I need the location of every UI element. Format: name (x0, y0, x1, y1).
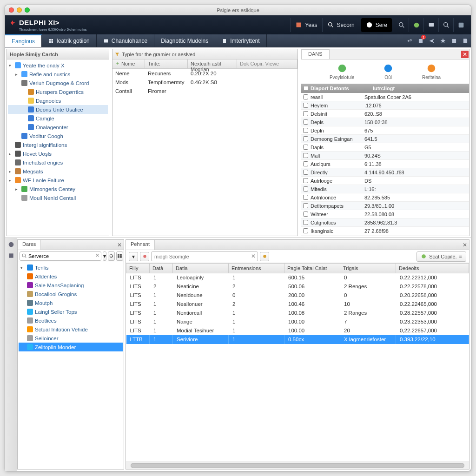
tab-chanulohance[interactable]: Chanulohance (97, 34, 154, 47)
table-row[interactable]: LITS1Nentiorcall1100.082 Ranges0.28.2255… (126, 309, 469, 317)
toolbar-undo-icon[interactable] (404, 34, 415, 47)
mid-row[interactable]: ContallFiromer (112, 86, 298, 95)
panel-action-icon[interactable]: Oûl (383, 63, 393, 80)
toolbar-more-icon[interactable] (449, 34, 460, 47)
property-row[interactable]: DaplsG5 (301, 143, 469, 152)
property-checkbox[interactable] (303, 212, 308, 217)
property-checkbox[interactable] (303, 178, 308, 183)
dares-tree-node[interactable]: Sctual Initotion Vehide (19, 325, 123, 334)
stop-button[interactable] (260, 252, 269, 261)
table-row[interactable]: LITS1Nange1100.0070.23.22353,000 (126, 317, 469, 326)
tree-node[interactable]: Hurspers Dogørrtics (8, 87, 108, 96)
property-row[interactable]: Delsinit620..S8 (301, 110, 469, 118)
property-row[interactable]: Malt90.24S (301, 152, 469, 160)
property-checkbox[interactable] (303, 220, 308, 225)
clear-search-icon[interactable]: ✕ (95, 252, 99, 258)
dares-tree-node[interactable]: Beotlices (19, 316, 123, 325)
property-checkbox[interactable] (303, 119, 308, 125)
table-row[interactable]: LITS2Neaticine2500.062 Renges0.22.22578,… (126, 282, 469, 291)
clear-pehnant-search-icon[interactable]: ✕ (251, 253, 256, 259)
grid-toggle-button[interactable] (116, 251, 123, 261)
dares-tree-node[interactable]: Laingl Seller Tops (19, 307, 123, 316)
toolbar-star-icon[interactable] (437, 34, 449, 47)
column-header[interactable]: Datà (150, 264, 173, 273)
tab-dares[interactable]: Dares (18, 240, 41, 250)
property-row[interactable]: Wihteer22.58.080.08 (301, 210, 469, 218)
tab-dans[interactable]: DANS (301, 49, 330, 59)
property-checkbox[interactable] (303, 136, 308, 141)
panel-action-icon[interactable]: Pvoyislotule (330, 63, 354, 80)
property-row[interactable]: Detltompapets29.3/80..1.00 (301, 202, 469, 210)
property-checkbox[interactable] (303, 145, 308, 150)
left-tree[interactable]: ▾Yeate the onaly X▸Refle and nusticsVerl… (7, 60, 109, 236)
property-checkbox[interactable] (303, 228, 308, 233)
sere-button[interactable]: Sere (361, 18, 392, 32)
table-row[interactable]: LTTB1Seriviore10.50cxX lagmenrlefoster0.… (126, 335, 469, 344)
refresh-button[interactable] (108, 251, 115, 261)
tree-node[interactable]: ▸Megsats (8, 167, 108, 176)
property-row[interactable]: Auciqurs6:11.38 (301, 160, 469, 168)
property-checkbox[interactable] (303, 94, 308, 99)
toolbar-save-icon[interactable] (460, 34, 471, 47)
pehnant-search-input[interactable] (151, 251, 258, 261)
panel-action-icon[interactable]: Rerltelna (422, 63, 441, 80)
property-checkbox[interactable] (303, 153, 308, 158)
secorn-button[interactable]: Secorn (322, 18, 359, 32)
toolbar-send-icon[interactable] (426, 34, 437, 47)
column-header[interactable]: Filly (126, 264, 150, 273)
scat-compile-button[interactable]: Scat Copile. ≡ (416, 251, 466, 262)
property-checkbox[interactable] (303, 195, 308, 200)
property-row[interactable]: AutrloogeDS (301, 177, 469, 185)
table-row[interactable]: LITS1Modial Tesihuer1100.00200,22.22657,… (126, 326, 469, 335)
tree-node[interactable]: Dagnooics (8, 96, 108, 105)
tree-node[interactable]: ▾Yeate the onaly X (8, 61, 108, 70)
property-row[interactable]: Depls158-02:38 (301, 118, 469, 126)
header-search2-icon[interactable] (438, 18, 453, 32)
tree-node[interactable]: ▸Refle and nustics (8, 70, 108, 79)
property-checkbox[interactable] (303, 103, 308, 108)
tab-pehnant[interactable]: Pehnant (126, 240, 155, 250)
dares-tree-node[interactable]: Alldentes (19, 272, 123, 281)
filter-dropdown-button[interactable]: ▾ (129, 252, 138, 261)
tree-node[interactable]: ▸Mimongeris Centey (8, 185, 108, 193)
property-row[interactable]: Cutgnoltics2858.962.81.3 (301, 218, 469, 227)
tree-node[interactable]: Intergl signiflations (8, 140, 108, 149)
property-checkbox[interactable] (303, 203, 308, 208)
property-checkbox[interactable] (303, 170, 308, 175)
dares-close-icon[interactable]: ✕ (115, 240, 124, 250)
target-button[interactable] (140, 252, 149, 261)
toolbar-notif-icon[interactable]: 1 (415, 34, 426, 47)
tree-node[interactable]: Deons Unte Usalice (8, 105, 108, 114)
horizontal-scrollbar[interactable] (126, 462, 469, 469)
dares-tree-node[interactable]: Zeiltoplin Monder (19, 343, 123, 351)
gutter-icon-2[interactable] (7, 252, 15, 259)
property-checkbox[interactable] (303, 111, 308, 116)
dares-search-input[interactable] (20, 251, 101, 261)
property-row[interactable]: Directly4.144.90.450..f68 (301, 168, 469, 177)
header-search-icon[interactable] (394, 18, 409, 32)
dares-tree-node[interactable]: Moutph (19, 298, 123, 307)
mid-row[interactable]: ModsTempflomermty0.46:2K S8 (112, 78, 298, 86)
dares-tree-node[interactable]: Sale MansSaglaning (19, 281, 123, 290)
property-row[interactable]: reasilSpatulios Coper 2A6 (301, 93, 469, 101)
tree-node[interactable]: ▸Hovet Uoşls (8, 149, 108, 158)
tab-eangious[interactable]: Eangious (5, 34, 42, 47)
property-row[interactable]: Aotnloonce82.285.585 (301, 193, 469, 202)
column-header[interactable]: Entrsensions (229, 264, 284, 273)
column-header[interactable]: Trigals (340, 264, 396, 273)
year-button[interactable]: Yeas (290, 18, 322, 32)
tree-node[interactable]: Voditur Coogh (8, 132, 108, 140)
property-row[interactable]: Heylem.12.076 (301, 101, 469, 110)
tree-node[interactable]: Verluh Dugmoge & Crord (8, 79, 108, 87)
tree-node[interactable]: Onalagennter (8, 123, 108, 132)
menu-icon[interactable] (453, 18, 468, 32)
mid-row[interactable]: NemeRecuners0.20:2X 20 (112, 69, 298, 78)
table-row[interactable]: LITS1Neallonuer2100.46100.22.22465,000 (126, 300, 469, 309)
property-checkbox[interactable] (303, 161, 308, 166)
pehnant-close-icon[interactable]: ✕ (461, 240, 469, 250)
dares-tree-node[interactable]: Bocallool Grogins (19, 290, 123, 298)
tree-node[interactable]: ▸WE Laole Falture (8, 176, 108, 185)
dares-tree-node[interactable]: Selloincer (19, 334, 123, 343)
tree-node[interactable]: Moull NenId Centall (8, 193, 108, 202)
tree-node[interactable]: Camgle (8, 114, 108, 123)
